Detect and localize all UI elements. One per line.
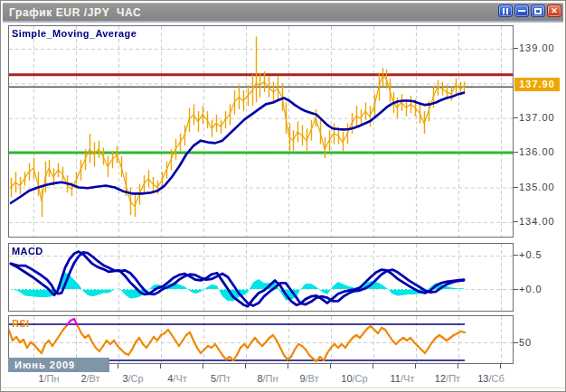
axis-price-label: 139.00 (519, 42, 555, 53)
maximize-icon (534, 8, 542, 14)
minimize-icon (518, 10, 525, 12)
close-button[interactable]: ✕ (547, 5, 561, 17)
window-bottom-edge (1, 387, 566, 388)
day-label: 11/Чт (391, 373, 415, 384)
minimize-button[interactable] (514, 5, 529, 17)
macd-indicator-label: MACD (12, 246, 43, 257)
axis-price-label: 50 (519, 337, 532, 348)
axis-price-label: +0.5 (519, 249, 542, 260)
axis-tick (514, 152, 518, 153)
day-label: 2/Вт (80, 373, 99, 384)
day-label: 9/Вт (299, 373, 318, 384)
axis-price-label: 134.00 (519, 216, 555, 227)
rsi-panel[interactable]: RSI (8, 315, 514, 364)
axis-price-label: 136.00 (519, 146, 555, 157)
maximize-button[interactable] (531, 5, 545, 17)
day-label: 3/Ср (122, 373, 143, 384)
price-panel[interactable]: Simple_Moving_Average (8, 25, 514, 238)
day-label: 4/Чт (167, 373, 187, 384)
chart-window: График EUR /JPY ЧАС ✕ Simple_Moving_Aver… (0, 0, 566, 392)
pause-button[interactable] (498, 5, 513, 17)
axis-tick (415, 364, 416, 369)
axis-tick (373, 364, 373, 369)
window-controls: ✕ (498, 5, 561, 17)
axis-price-label: +0.0 (519, 284, 542, 294)
month-badge: Июнь 2009 (8, 358, 109, 372)
axis-tick (514, 221, 518, 222)
sma-indicator-label: Simple_Moving_Average (12, 28, 137, 39)
day-label: 5/Пт (211, 373, 231, 384)
day-label: 1/Пн (38, 373, 59, 384)
axis-tick (514, 255, 518, 256)
day-label: 12/Пт (435, 373, 460, 384)
pause-icon (503, 8, 505, 14)
current-price-tag: 137.90 (514, 78, 560, 91)
axis-tick (514, 342, 518, 343)
axis-tick (514, 187, 518, 188)
axis-tick (245, 364, 246, 369)
macd-panel[interactable]: MACD (8, 243, 514, 312)
axis-tick (514, 289, 518, 290)
window-title: График EUR /JPY ЧАС (3, 6, 141, 19)
price-chart-canvas[interactable] (9, 26, 513, 237)
axis-tick (330, 364, 331, 369)
axis-tick (203, 364, 203, 369)
day-label: 13/Сб (477, 373, 505, 384)
axis-tick (118, 364, 118, 369)
axis-tick (514, 48, 518, 49)
axis-price-label: 137.00 (519, 112, 555, 123)
day-label: 8/Пн (257, 373, 278, 384)
axis-tick (288, 364, 288, 369)
rsi-indicator-label: RSI (12, 318, 30, 329)
axis-tick (514, 117, 518, 118)
axis-price-label: 135.00 (519, 182, 555, 192)
window-titlebar[interactable]: График EUR /JPY ЧАС ✕ (3, 3, 563, 23)
axis-tick (500, 364, 501, 369)
axis-tick (160, 364, 161, 369)
axis-tick (458, 364, 458, 369)
rsi-chart-canvas[interactable] (9, 316, 513, 363)
day-label: 10/Ср (341, 373, 367, 384)
macd-chart-canvas[interactable] (9, 244, 513, 311)
